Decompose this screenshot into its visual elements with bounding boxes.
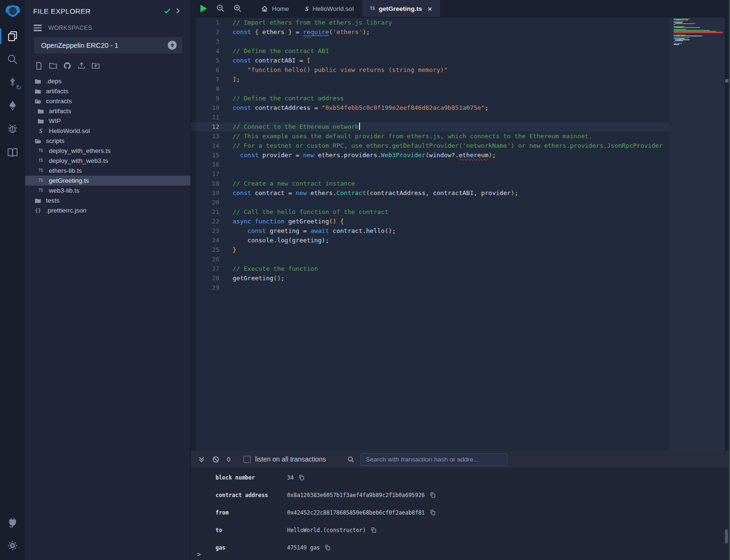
- copy-icon[interactable]: [430, 492, 436, 498]
- code-line-17[interactable]: 17: [191, 169, 669, 179]
- code-line-6[interactable]: 6 "function hello() public view returns …: [191, 65, 669, 75]
- tab-helloworld-sol[interactable]: SHelloWorld.sol: [297, 0, 362, 17]
- line-number: 6: [191, 65, 219, 75]
- collapse-panel-chevron-icon[interactable]: [172, 6, 183, 16]
- code-editor[interactable]: 1// Import ethers from the ethers.js lib…: [191, 18, 730, 451]
- code-line-18[interactable]: 18// Create a new contract instance: [191, 179, 669, 188]
- line-content: [219, 113, 233, 122]
- copy-icon[interactable]: [370, 527, 377, 533]
- code-line-28[interactable]: 28getGreeting();: [191, 274, 669, 283]
- select-updown-icon: [168, 41, 177, 50]
- code-line-2[interactable]: 2const { ethers } = require('ethers');: [191, 27, 669, 37]
- close-tab-icon[interactable]: ×: [428, 5, 432, 12]
- tree-item-deploy-with-ethers-ts[interactable]: TSdeploy_with_ethers.ts: [25, 146, 190, 156]
- plugin-manager-icon[interactable]: [0, 511, 25, 534]
- code-line-24[interactable]: 24 console.log(greeting);: [191, 236, 669, 245]
- github-icon[interactable]: [63, 61, 72, 71]
- tab-getgreeting-ts[interactable]: TSgetGreeting.ts×: [362, 0, 440, 17]
- folder-icon: [37, 108, 45, 115]
- folder-open-icon: [34, 138, 42, 144]
- line-number: 2: [191, 27, 219, 37]
- code-line-8[interactable]: 8: [191, 84, 669, 94]
- line-content: [219, 283, 233, 293]
- tree-item-artifacts[interactable]: artifacts: [25, 106, 190, 116]
- terminal-collapse-icon[interactable]: [197, 454, 206, 464]
- copy-icon[interactable]: [298, 474, 305, 481]
- create-file-icon[interactable]: [34, 61, 44, 71]
- code-line-25[interactable]: 25}: [191, 245, 669, 255]
- code-line-27[interactable]: 27// Execute the function: [191, 264, 669, 274]
- transaction-search-input[interactable]: [360, 453, 507, 466]
- solidity-compiler-icon[interactable]: ↻: [0, 71, 25, 94]
- settings-icon[interactable]: [0, 534, 25, 557]
- file-explorer-icon[interactable]: [0, 25, 25, 48]
- ts-icon: TS: [37, 159, 45, 163]
- code-line-12[interactable]: 12// Connect to the Ethereum network: [191, 122, 669, 132]
- editor-scrollbar[interactable]: [725, 18, 729, 451]
- editor-tabbar: HomeSHelloWorld.solTSgetGreeting.ts×: [191, 0, 730, 18]
- zoom-in-icon[interactable]: [233, 4, 243, 13]
- tree-item-scripts[interactable]: scripts: [25, 136, 190, 146]
- remix-logo[interactable]: [0, 0, 25, 25]
- tree-item-ethers-lib-ts[interactable]: TSethers-lib.ts: [25, 166, 190, 176]
- code-line-4[interactable]: 4// Define the contract ABI: [191, 46, 669, 56]
- code-line-19[interactable]: 19const contract = new ethers.Contract(c…: [191, 188, 669, 198]
- code-line-16[interactable]: 16: [191, 160, 669, 169]
- code-line-29[interactable]: 29: [191, 283, 669, 293]
- code-line-23[interactable]: 23 const greeting = await contract.hello…: [191, 226, 669, 236]
- search-icon[interactable]: [0, 48, 25, 71]
- code-line-11[interactable]: 11: [191, 113, 669, 122]
- terminal-scrollbar-thumb[interactable]: [725, 529, 728, 543]
- panel-title: FILE EXPLORER: [33, 7, 90, 15]
- run-script-button[interactable]: [198, 3, 208, 14]
- tree-item-web3-lib-ts[interactable]: TSweb3-lib.ts: [25, 186, 190, 196]
- code-line-10[interactable]: 10const contractAddress = "0xb54febb5c0c…: [191, 103, 669, 113]
- upload-folder-icon[interactable]: [91, 61, 100, 71]
- line-content: // Create a new contract instance: [219, 179, 355, 188]
- code-line-13[interactable]: 13// This example uses the default provi…: [191, 132, 669, 141]
- tree-item-label: contracts: [46, 98, 72, 105]
- code-line-9[interactable]: 9// Define the contract address: [191, 94, 669, 103]
- code-line-14[interactable]: 14// For a testnet or custom RPC, use et…: [191, 141, 669, 151]
- upload-file-icon[interactable]: [77, 61, 86, 71]
- tree-item-tests[interactable]: tests: [25, 196, 190, 205]
- deploy-run-icon[interactable]: [0, 94, 25, 117]
- zoom-out-icon[interactable]: [216, 4, 225, 13]
- tab-home[interactable]: Home: [253, 0, 297, 17]
- tree-item-artifacts[interactable]: artifacts: [25, 86, 190, 96]
- code-line-26[interactable]: 26: [191, 255, 669, 264]
- code-line-21[interactable]: 21// Call the hello function of the cont…: [191, 207, 669, 217]
- code-line-20[interactable]: 20: [191, 198, 669, 207]
- code-line-3[interactable]: 3: [191, 37, 669, 46]
- listen-transactions-checkbox[interactable]: [243, 456, 251, 463]
- terminal-prompt[interactable]: >: [197, 551, 201, 558]
- editor-scrollbar-thumb[interactable]: [725, 79, 729, 82]
- ts-icon: TS: [370, 6, 375, 11]
- code-line-7[interactable]: 7];: [191, 75, 669, 84]
- workspace-select[interactable]: OpenZeppelin ERC20 - 1: [34, 37, 182, 53]
- clear-console-icon[interactable]: [211, 454, 220, 464]
- copy-icon[interactable]: [324, 544, 331, 551]
- workspaces-menu-icon[interactable]: [34, 25, 42, 31]
- tree-item-wip[interactable]: WIP: [25, 116, 190, 126]
- listen-transactions-label: listen on all transactions: [255, 455, 326, 463]
- tree-item--prettierrc-json[interactable]: {}.prettierrc.json: [25, 205, 190, 215]
- minimap[interactable]: [669, 18, 725, 451]
- code-line-22[interactable]: 22async function getGreeting() {: [191, 217, 669, 226]
- tree-item-label: web3-lib.ts: [49, 187, 80, 194]
- line-content: // Import ethers from the ethers.js libr…: [219, 18, 392, 27]
- code-line-5[interactable]: 5const contractABI = [: [191, 56, 669, 65]
- tree-item--deps[interactable]: .deps: [25, 76, 190, 86]
- tree-item-helloworld-sol[interactable]: SHelloWorld.sol: [25, 126, 190, 136]
- create-folder-icon[interactable]: [48, 61, 58, 71]
- tree-item-getgreeting-ts[interactable]: TSgetGreeting.ts: [25, 176, 190, 186]
- line-number: 12: [191, 122, 219, 132]
- accept-check-icon[interactable]: [162, 6, 172, 16]
- debugger-icon[interactable]: [0, 117, 25, 141]
- code-line-1[interactable]: 1// Import ethers from the ethers.js lib…: [191, 18, 669, 27]
- copy-icon[interactable]: [430, 509, 436, 516]
- learneth-icon[interactable]: [0, 141, 25, 164]
- tree-item-contracts[interactable]: contracts: [25, 96, 190, 106]
- code-line-15[interactable]: 15 const provider = new ethers.providers…: [191, 151, 669, 160]
- tree-item-deploy-with-web3-ts[interactable]: TSdeploy_with_web3.ts: [25, 156, 190, 166]
